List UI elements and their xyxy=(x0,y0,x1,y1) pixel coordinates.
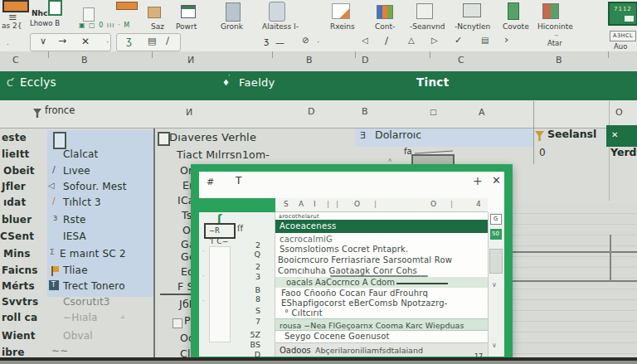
gronk-icon[interactable] xyxy=(226,2,241,22)
list-item[interactable]: Svvtrs xyxy=(2,297,38,307)
list-value[interactable]: Obval xyxy=(63,331,93,341)
clip-icon-2[interactable]: ▤ xyxy=(148,36,156,46)
list-item[interactable]: ibre xyxy=(2,347,25,357)
seanvnd-icon[interactable] xyxy=(416,3,433,19)
check-icon[interactable]: ✓ xyxy=(455,36,462,45)
collapse-icon[interactable]: ∨ xyxy=(40,36,46,46)
scroll-arrow-icon[interactable]: ∨ xyxy=(492,342,497,349)
list-value[interactable]: ∼∼ xyxy=(51,346,69,356)
clip-icon-1[interactable]: ʒ xyxy=(126,36,132,46)
hiconinte-icon[interactable] xyxy=(542,3,559,19)
option-row[interactable]: EShapfigocorst eBerComsb Npotzazrg- xyxy=(281,299,448,308)
list-item[interactable]: CSent xyxy=(0,231,34,241)
menu-item[interactable]: Dıaveres Verhle xyxy=(169,132,256,143)
row-number[interactable]: 2 xyxy=(241,241,260,250)
pen-icon-2[interactable]: — xyxy=(275,38,284,47)
list-item[interactable]: este xyxy=(2,133,27,143)
row-number[interactable]: 5Z xyxy=(241,331,260,339)
list-item[interactable]: Mins xyxy=(3,249,31,259)
selected-option-row[interactable]: Acoeaceness xyxy=(275,220,488,233)
option-row[interactable]: Ssomslotioms Cocret Pntaprk. xyxy=(280,245,408,254)
row-number[interactable]: B xyxy=(241,286,260,294)
filter-label[interactable]: fronce xyxy=(45,106,75,116)
list-value[interactable]: Tıhlct 3 xyxy=(63,197,101,207)
highlighted-option-row[interactable]: rousa −Nea FlGeçoarnx Cooma Karc Wiepdua… xyxy=(275,318,488,331)
cell-value-seelansl[interactable]: Seelansl xyxy=(547,129,596,140)
mini-toolbar-icons[interactable]: ▣ ▢ 0 ııı · M xyxy=(79,22,130,29)
green-option-row[interactable]: oacals AaCocrnco A Cdom xyxy=(275,277,488,288)
dialog-col[interactable]: 4 xyxy=(476,201,481,208)
option-row[interactable]: Comcıhuha Gaotaagk Conr Cohs xyxy=(278,267,417,275)
list-value[interactable]: ∼Hıala xyxy=(63,313,98,323)
dialog-col[interactable]: O xyxy=(354,201,360,208)
column-letter[interactable]: C xyxy=(458,56,464,65)
close-icon[interactable]: ✕ xyxy=(492,175,501,186)
cell-value-dolar[interactable]: Dolarroıc xyxy=(375,130,421,141)
list-item[interactable]: lieItt xyxy=(2,149,30,159)
enter-icon[interactable]: → xyxy=(58,36,66,46)
scroll-badge[interactable]: 50 xyxy=(490,229,502,240)
row-number[interactable]: S xyxy=(241,307,260,315)
rxeins-icon[interactable] xyxy=(332,3,350,19)
column-letter[interactable]: И xyxy=(187,56,194,65)
powrt-icon[interactable] xyxy=(181,5,196,18)
list-value[interactable]: Sofour. Mest xyxy=(63,182,127,192)
list-value[interactable]: IESA xyxy=(63,231,86,241)
cell-value-yerd[interactable]: Yerd xyxy=(610,148,637,158)
row-number[interactable]: BS xyxy=(241,341,260,349)
dialog-col[interactable]: I xyxy=(314,201,316,208)
row-number[interactable]: 8 xyxy=(241,295,260,303)
shape-icon-4[interactable]: ▷ xyxy=(431,36,438,45)
list-value[interactable]: Csorutıt3 xyxy=(63,297,110,307)
column-letter[interactable]: D xyxy=(362,56,368,65)
row-number[interactable]: 3 xyxy=(241,273,260,281)
cell-value-zero[interactable]: 0 xyxy=(539,148,546,158)
covote-icon[interactable] xyxy=(508,2,519,20)
header-letter[interactable]: O xyxy=(615,108,623,117)
option-row[interactable]: ° Cıltcırıt xyxy=(284,309,323,318)
dialog-col[interactable]: A xyxy=(299,201,304,208)
row-number[interactable]: 7 xyxy=(241,318,260,326)
row-number[interactable]: 2 xyxy=(241,263,260,271)
column-letter[interactable]: B xyxy=(306,56,313,65)
list-item[interactable]: Faicns xyxy=(2,265,38,275)
list-value[interactable]: Tliae xyxy=(63,265,88,275)
menu-item[interactable]: Tiact Mılrrsn1om- xyxy=(177,150,270,161)
cont-chart-icon[interactable] xyxy=(377,5,393,19)
list-item[interactable]: bluer xyxy=(2,215,32,225)
list-item[interactable]: Wient xyxy=(2,331,36,341)
dialog-col[interactable]: O xyxy=(430,201,436,208)
alaitess-icon[interactable] xyxy=(269,2,285,22)
list-item[interactable]: Mérts xyxy=(2,281,35,291)
header-letter[interactable]: B xyxy=(362,107,368,116)
header-letter[interactable]: □ xyxy=(430,109,437,116)
option-row[interactable]: Seygo Cocene Goenusot xyxy=(284,332,390,341)
list-value[interactable]: Trect Tonero xyxy=(63,281,125,291)
list-value[interactable]: Lıvee xyxy=(63,166,90,176)
shape-icon-2[interactable]: ∕ xyxy=(385,36,388,46)
row-number[interactable]: Q xyxy=(241,250,260,259)
pen-icon-1[interactable]: ʒ xyxy=(264,36,269,46)
scroll-top-box[interactable]: G xyxy=(490,214,502,225)
bottom-bar-label[interactable]: Oadoos xyxy=(280,347,311,355)
saz-icon[interactable] xyxy=(148,7,161,18)
list-value[interactable]: Rste xyxy=(63,215,85,225)
option-row[interactable]: cacrocalmiG xyxy=(280,235,333,244)
option-row[interactable]: Faoo Cñooño Cocan Faur dFrouhrq xyxy=(281,289,428,298)
sheet-icon[interactable] xyxy=(48,0,62,16)
option-row[interactable]: Booicmcuro Ferriasriare Sarsoomtal Row xyxy=(278,256,452,265)
calculator-icon[interactable]: 7112 xyxy=(608,2,637,26)
selected-cell-green[interactable]: ✕ xyxy=(606,125,637,147)
list-item[interactable]: Obeit xyxy=(3,166,35,176)
add-icon[interactable]: + xyxy=(473,175,483,187)
dialog-col[interactable]: S xyxy=(284,201,289,208)
ribbon-tab-sub[interactable]: Lhowo B xyxy=(30,20,60,27)
scroll-arrow-icon[interactable]: ∨ xyxy=(492,282,497,289)
ncnytlen-icon[interactable] xyxy=(463,3,481,17)
grid-btn-icon[interactable]: ▤ xyxy=(481,36,489,45)
sort-funnel-icon[interactable] xyxy=(535,131,544,141)
list-item[interactable]: roll ca xyxy=(2,313,37,323)
list-item[interactable]: Jfler xyxy=(2,182,26,192)
chevron-icon[interactable]: › xyxy=(504,34,508,45)
clip-icon-3[interactable]: ∕ xyxy=(166,36,169,46)
